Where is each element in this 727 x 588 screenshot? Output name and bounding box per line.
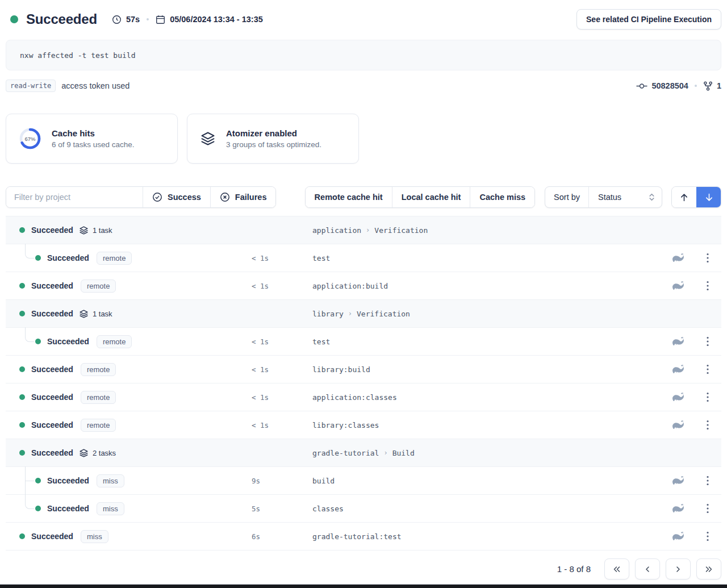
- task-count: 1 task: [93, 226, 112, 235]
- status-cell: Succeededremote: [6, 419, 252, 432]
- task-name: classes: [312, 504, 662, 513]
- kebab-menu-icon[interactable]: [704, 335, 711, 348]
- status-dot-icon: [19, 422, 25, 428]
- layers-icon: [79, 226, 89, 235]
- status-cell: Succeededremote: [6, 335, 252, 348]
- task-row[interactable]: Succeededremote< 1stest: [6, 244, 721, 272]
- kebab-menu-icon[interactable]: [704, 363, 711, 376]
- cache-status-badge: miss: [97, 474, 124, 487]
- sort-select[interactable]: Status: [588, 187, 662, 207]
- cache-status-badge: miss: [97, 502, 124, 515]
- status-dot-icon: [19, 366, 25, 372]
- run-meta: 57s 05/06/2024 13:34 - 13:35: [112, 15, 263, 24]
- status-dot-icon: [19, 227, 25, 233]
- cache-status-badge: miss: [81, 530, 108, 543]
- gradle-icon[interactable]: [672, 476, 685, 485]
- card-title: Atomizer enabled: [226, 128, 321, 138]
- related-ci-pipeline-button[interactable]: See related CI Pipeline Execution: [576, 9, 721, 30]
- vcs-info: 50828504 1: [636, 81, 721, 91]
- status-label: Succeeded: [31, 281, 73, 290]
- tree-connector: [25, 244, 34, 258]
- sort-descending-button[interactable]: [696, 187, 721, 207]
- branch-count: 1: [717, 81, 721, 90]
- failures-filter-label: Failures: [235, 193, 267, 202]
- gradle-icon[interactable]: [672, 420, 685, 429]
- gradle-link-cell: [662, 420, 694, 429]
- filter-by-project-input[interactable]: [6, 187, 143, 207]
- kebab-menu-icon[interactable]: [704, 502, 711, 515]
- group-breadcrumb: gradle-tutorial›Build: [312, 449, 662, 457]
- row-menu-cell: [694, 391, 721, 403]
- duration-cell: < 1s: [252, 365, 312, 374]
- cache-status-badge: remote: [97, 252, 132, 265]
- kebab-menu-icon[interactable]: [704, 252, 711, 264]
- status-label: Succeeded: [31, 226, 73, 235]
- sort-direction-group: [671, 186, 721, 208]
- status-label: Succeeded: [47, 476, 89, 485]
- task-group-row[interactable]: Succeeded2 tasksgradle-tutorial›Build: [6, 439, 721, 467]
- token-label: access token used: [61, 81, 129, 90]
- next-page-button[interactable]: [666, 558, 691, 579]
- cache-miss-button[interactable]: Cache miss: [470, 187, 534, 207]
- status-dot-icon: [10, 15, 18, 23]
- gradle-icon[interactable]: [672, 365, 685, 374]
- task-name: library:classes: [312, 421, 662, 429]
- clock-icon: [112, 15, 122, 24]
- prev-page-button[interactable]: [635, 558, 660, 579]
- gradle-link-cell: [662, 476, 694, 485]
- last-page-button[interactable]: [696, 558, 721, 579]
- kebab-menu-icon[interactable]: [704, 280, 711, 292]
- kebab-menu-icon[interactable]: [704, 474, 711, 487]
- gradle-icon[interactable]: [672, 393, 685, 402]
- atomizer-card[interactable]: Atomizer enabled 3 groups of tasks optim…: [187, 114, 359, 164]
- commit-sha[interactable]: 50828504: [651, 81, 688, 90]
- duration-cell: < 1s: [252, 421, 312, 429]
- task-row[interactable]: Succeededmiss5sclasses: [6, 495, 721, 523]
- tree-connector: [25, 466, 34, 481]
- status-cell: Succeededmiss: [6, 530, 252, 543]
- layers-icon: [200, 131, 216, 147]
- tree-connector: [25, 481, 26, 495]
- task-row[interactable]: Succeededremote< 1slibrary:build: [6, 356, 721, 383]
- cache-status-badge: remote: [81, 391, 116, 404]
- success-filter-button[interactable]: Success: [143, 187, 210, 207]
- bottom-strip: [0, 584, 727, 588]
- row-menu-cell: [694, 363, 721, 376]
- status-cell: Succeededremote: [6, 252, 252, 265]
- gradle-link-cell: [662, 532, 694, 541]
- chevron-right-icon: ›: [348, 310, 352, 318]
- run-status-title: Succeeded: [26, 11, 97, 27]
- task-row[interactable]: Succeededremote< 1sapplication:build: [6, 272, 721, 300]
- task-row[interactable]: Succeededremote< 1slibrary:classes: [6, 411, 721, 439]
- layers-icon: [79, 309, 89, 319]
- sort-ascending-button[interactable]: [672, 187, 696, 207]
- gradle-icon[interactable]: [672, 281, 685, 290]
- status-cell: Succeededmiss: [6, 474, 252, 487]
- failures-filter-button[interactable]: Failures: [210, 187, 276, 207]
- task-row[interactable]: Succeededmiss9sbuild: [6, 467, 721, 495]
- gradle-icon[interactable]: [672, 337, 685, 346]
- kebab-menu-icon[interactable]: [704, 530, 711, 543]
- pagination-buttons: [604, 558, 721, 579]
- remote-cache-hit-button[interactable]: Remote cache hit: [306, 187, 392, 207]
- status-label: Succeeded: [47, 504, 89, 513]
- gradle-icon[interactable]: [672, 504, 685, 513]
- breadcrumb-target: Verification: [374, 226, 428, 235]
- separator-dot: [695, 85, 697, 87]
- duration-cell: 6s: [252, 532, 312, 541]
- gradle-icon[interactable]: [672, 253, 685, 262]
- gradle-icon[interactable]: [672, 532, 685, 541]
- cache-hits-card[interactable]: 67% Cache hits 6 of 9 tasks used cache.: [6, 114, 178, 164]
- first-page-button[interactable]: [604, 558, 629, 579]
- status-label: Succeeded: [31, 448, 73, 457]
- local-cache-hit-button[interactable]: Local cache hit: [392, 187, 470, 207]
- kebab-menu-icon[interactable]: [704, 419, 711, 431]
- task-row[interactable]: Succeededremote< 1sapplication:classes: [6, 383, 721, 411]
- task-group-row[interactable]: Succeeded1 tasklibrary›Verification: [6, 300, 721, 328]
- task-row[interactable]: Succeededremote< 1stest: [6, 328, 721, 356]
- select-chevrons-icon: [649, 193, 655, 202]
- task-row[interactable]: Succeededmiss6sgradle-tutorial:test: [6, 523, 721, 551]
- first-page-icon: [612, 565, 621, 574]
- kebab-menu-icon[interactable]: [704, 391, 711, 403]
- task-group-row[interactable]: Succeeded1 taskapplication›Verification: [6, 216, 721, 244]
